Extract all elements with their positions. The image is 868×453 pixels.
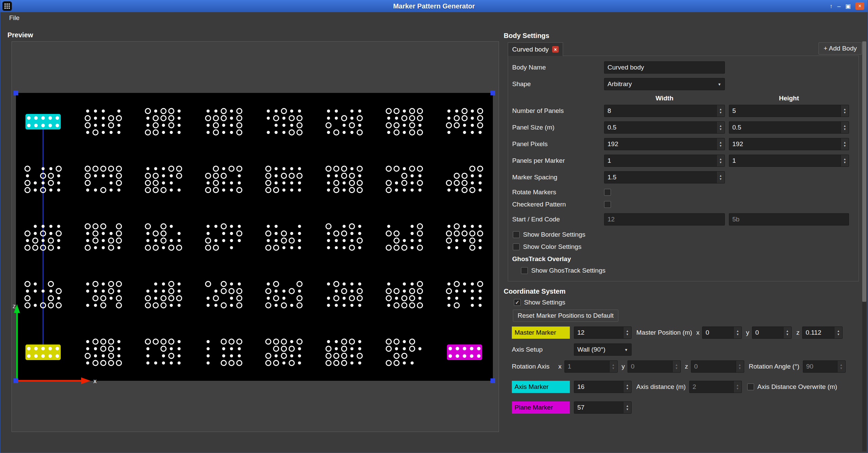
body-settings-heading: Body Settings xyxy=(504,32,863,40)
minimize-icon[interactable]: – xyxy=(837,3,840,9)
body-name-input[interactable]: Curved body xyxy=(604,61,725,74)
rotation-y-label: y xyxy=(622,363,625,370)
resize-handle[interactable] xyxy=(490,378,495,383)
rotation-z-spinbox[interactable]: 0▴▾ xyxy=(691,360,744,373)
axis-distance-label: Axis distance (m) xyxy=(636,383,686,391)
width-column-header: Width xyxy=(604,95,725,102)
number-of-panels-width-spinbox[interactable]: 8▴▾ xyxy=(604,105,725,117)
spinbox-up-down-icons[interactable]: ▴▾ xyxy=(733,381,741,393)
spinbox-up-down-icons[interactable]: ▴▾ xyxy=(716,122,725,133)
panel-pixels-height-spinbox[interactable]: 192▴▾ xyxy=(729,138,849,150)
pattern-canvas[interactable] xyxy=(16,93,493,381)
panels-per-marker-width-spinbox[interactable]: 1▴▾ xyxy=(604,155,725,167)
spinbox-up-down-icons[interactable]: ▴▾ xyxy=(841,155,849,166)
rotation-z-label: z xyxy=(685,363,688,370)
reset-marker-positions-button[interactable]: Reset Marker Positions to Default xyxy=(513,310,618,322)
axis-marker-row: Axis Marker 16▴▾ Axis distance (m) 2▴▾ A… xyxy=(512,381,863,393)
spinbox-value: 5 xyxy=(729,105,841,117)
master-marker-row: Master Marker 12▴▾ Master Position (m) x… xyxy=(512,327,863,339)
master-marker[interactable] xyxy=(25,344,61,360)
axis-distance-overwrite-label: Axis Distance Overwrite (m) xyxy=(757,383,837,391)
spinbox-value: 0.5 xyxy=(729,122,841,133)
vertical-scrollbar[interactable] xyxy=(862,41,866,451)
master-position-x-spinbox[interactable]: 0▴▾ xyxy=(702,327,742,339)
plane-marker-label: Plane Marker xyxy=(512,401,570,414)
start-end-code-label: Start / End Code xyxy=(512,216,600,223)
checkered-pattern-checkbox[interactable] xyxy=(604,201,611,208)
rotate-markers-checkbox[interactable] xyxy=(604,189,611,196)
show-color-settings-checkbox[interactable] xyxy=(513,243,520,250)
spinbox-up-down-icons[interactable]: ▴▾ xyxy=(733,327,741,338)
spinbox-value: 8 xyxy=(604,105,716,117)
start-code-input[interactable]: 12 xyxy=(604,213,725,225)
show-ghostrack-settings-checkbox[interactable] xyxy=(521,267,528,274)
end-code-input[interactable]: 5b xyxy=(729,213,849,225)
body-name-label: Body Name xyxy=(512,64,600,71)
panel-size-width-spinbox[interactable]: 0.5▴▾ xyxy=(604,121,725,134)
spinbox-up-down-icons[interactable]: ▴▾ xyxy=(623,327,631,338)
axis-setup-row: Axis Setup Wall (90°)▾ xyxy=(512,343,863,356)
preview-svg[interactable]: zx xyxy=(12,42,499,432)
spinbox-up-down-icons[interactable]: ▴▾ xyxy=(841,105,849,117)
axis-distance-spinbox[interactable]: 2▴▾ xyxy=(689,381,742,393)
coordinate-system-heading: Coordinate System xyxy=(504,288,863,295)
axis-setup-dropdown[interactable]: Wall (90°)▾ xyxy=(574,343,632,356)
dropdown-arrow-icon: ▾ xyxy=(714,78,725,90)
master-position-z-spinbox[interactable]: 0.112▴▾ xyxy=(802,327,843,339)
titlebar[interactable]: Marker Pattern Generator ↑ – ▣ × xyxy=(0,0,868,12)
preview-panel: zx xyxy=(12,41,499,432)
master-x-label: x xyxy=(696,329,700,336)
spinbox-up-down-icons[interactable]: ▴▾ xyxy=(834,327,842,338)
shade-icon[interactable]: ↑ xyxy=(830,3,833,9)
body-tab-bar: Curved body × + Add Body xyxy=(504,41,863,56)
show-border-settings-checkbox[interactable] xyxy=(513,231,520,238)
spinbox-value: 1.5 xyxy=(604,172,716,183)
spinbox-up-down-icons[interactable]: ▴▾ xyxy=(841,138,849,150)
spinbox-up-down-icons[interactable]: ▴▾ xyxy=(716,138,725,150)
show-settings-checkbox[interactable]: ✓ xyxy=(514,299,521,306)
spinbox-up-down-icons[interactable]: ▴▾ xyxy=(716,172,725,183)
plane-marker[interactable] xyxy=(447,344,482,360)
panel-size-height-spinbox[interactable]: 0.5▴▾ xyxy=(729,121,849,134)
axis-distance-overwrite-checkbox[interactable] xyxy=(747,383,754,390)
spinbox-up-down-icons[interactable]: ▴▾ xyxy=(736,361,744,372)
axis-marker-id-spinbox[interactable]: 16▴▾ xyxy=(574,381,632,393)
tab-close-icon[interactable]: × xyxy=(552,46,559,53)
shape-dropdown[interactable]: Arbitrary▾ xyxy=(604,78,725,90)
spinbox-up-down-icons[interactable]: ▴▾ xyxy=(837,361,845,372)
resize-handle[interactable] xyxy=(14,91,18,95)
panels-per-marker-height-spinbox[interactable]: 1▴▾ xyxy=(729,155,849,167)
number-of-panels-height-spinbox[interactable]: 5▴▾ xyxy=(729,105,849,117)
app-icon[interactable] xyxy=(2,1,12,11)
spinbox-up-down-icons[interactable]: ▴▾ xyxy=(623,402,631,413)
rotation-angle-spinbox[interactable]: 90▴▾ xyxy=(803,360,846,373)
scrollbar-thumb[interactable] xyxy=(862,41,866,302)
master-position-y-spinbox[interactable]: 0▴▾ xyxy=(752,327,792,339)
rotation-y-spinbox[interactable]: 0▴▾ xyxy=(628,360,681,373)
resize-handle[interactable] xyxy=(14,378,18,383)
add-body-button[interactable]: + Add Body xyxy=(818,42,862,55)
tab-curved-body[interactable]: Curved body × xyxy=(508,42,563,56)
resize-handle[interactable] xyxy=(490,91,495,95)
rotation-x-spinbox[interactable]: 1▴▾ xyxy=(564,360,618,373)
panel-pixels-width-spinbox[interactable]: 192▴▾ xyxy=(604,138,725,150)
spinbox-up-down-icons[interactable]: ▴▾ xyxy=(672,361,680,372)
spinbox-up-down-icons[interactable]: ▴▾ xyxy=(623,381,631,393)
x-axis-label: x xyxy=(93,378,97,385)
axis-marker[interactable] xyxy=(25,114,61,130)
maximize-icon[interactable]: ▣ xyxy=(845,3,851,9)
master-marker-id-spinbox[interactable]: 12▴▾ xyxy=(574,327,632,339)
spinbox-value: 1 xyxy=(604,155,716,166)
close-icon[interactable]: × xyxy=(855,2,864,10)
marker-spacing-spinbox[interactable]: 1.5▴▾ xyxy=(604,171,725,183)
spinbox-up-down-icons[interactable]: ▴▾ xyxy=(609,361,617,372)
menu-file[interactable]: File xyxy=(6,13,23,23)
show-settings-label: Show Settings xyxy=(524,299,565,306)
spinbox-up-down-icons[interactable]: ▴▾ xyxy=(716,105,725,117)
spinbox-up-down-icons[interactable]: ▴▾ xyxy=(783,327,791,338)
axis-marker-label: Axis Marker xyxy=(512,381,570,393)
spinbox-up-down-icons[interactable]: ▴▾ xyxy=(716,155,725,166)
spinbox-value: 0 xyxy=(702,327,733,338)
spinbox-up-down-icons[interactable]: ▴▾ xyxy=(841,122,849,133)
plane-marker-id-spinbox[interactable]: 57▴▾ xyxy=(574,401,632,414)
